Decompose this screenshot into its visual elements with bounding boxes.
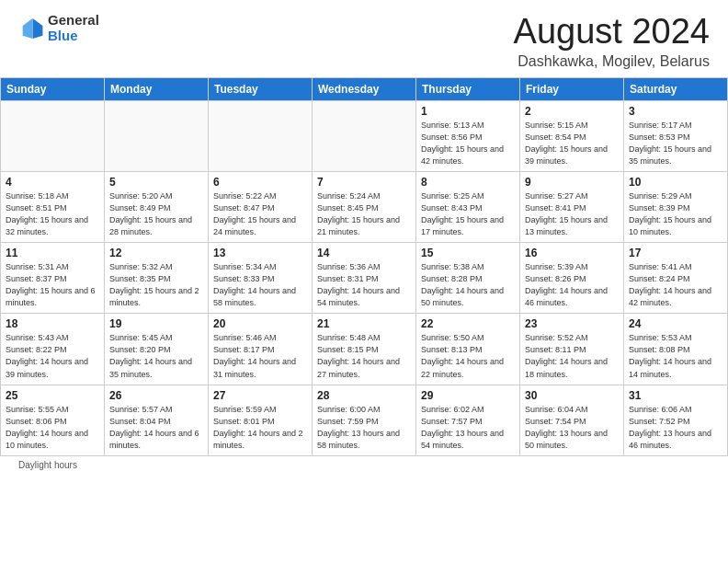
- calendar-cell: 15Sunrise: 5:38 AMSunset: 8:28 PMDayligh…: [416, 243, 520, 314]
- logo-blue-text: Blue: [48, 28, 78, 43]
- calendar-cell: 29Sunrise: 6:02 AMSunset: 7:57 PMDayligh…: [416, 385, 520, 455]
- calendar-cell: 3Sunrise: 5:17 AMSunset: 8:53 PMDaylight…: [624, 100, 728, 171]
- day-number: 2: [525, 105, 619, 118]
- calendar-week-1: 1Sunrise: 5:13 AMSunset: 8:56 PMDaylight…: [1, 100, 728, 171]
- day-number: 31: [629, 389, 722, 402]
- day-number: 4: [6, 176, 99, 189]
- day-detail: Sunrise: 6:00 AMSunset: 7:59 PMDaylight:…: [317, 404, 411, 452]
- col-header-saturday: Saturday: [624, 77, 728, 100]
- calendar-week-4: 18Sunrise: 5:43 AMSunset: 8:22 PMDayligh…: [1, 314, 728, 385]
- col-header-friday: Friday: [520, 77, 624, 100]
- footer: Daylight hours: [0, 456, 728, 474]
- day-number: 24: [629, 317, 722, 330]
- day-number: 11: [6, 247, 99, 259]
- day-detail: Sunrise: 5:57 AMSunset: 8:04 PMDaylight:…: [109, 404, 203, 452]
- day-detail: Sunrise: 6:06 AMSunset: 7:52 PMDaylight:…: [629, 404, 722, 452]
- day-detail: Sunrise: 5:43 AMSunset: 8:22 PMDaylight:…: [6, 332, 99, 380]
- calendar-cell: 2Sunrise: 5:15 AMSunset: 8:54 PMDaylight…: [520, 100, 624, 171]
- day-number: 12: [109, 247, 203, 259]
- day-detail: Sunrise: 5:15 AMSunset: 8:54 PMDaylight:…: [525, 120, 619, 167]
- day-number: 26: [109, 389, 203, 402]
- calendar-cell: 22Sunrise: 5:50 AMSunset: 8:13 PMDayligh…: [416, 314, 520, 385]
- calendar-week-5: 25Sunrise: 5:55 AMSunset: 8:06 PMDayligh…: [1, 385, 728, 455]
- calendar-cell: 13Sunrise: 5:34 AMSunset: 8:33 PMDayligh…: [209, 243, 313, 314]
- calendar-cell: 21Sunrise: 5:48 AMSunset: 8:15 PMDayligh…: [313, 314, 416, 385]
- calendar-cell: 18Sunrise: 5:43 AMSunset: 8:22 PMDayligh…: [1, 314, 105, 385]
- day-detail: Sunrise: 5:45 AMSunset: 8:20 PMDaylight:…: [109, 332, 203, 380]
- calendar-cell: 27Sunrise: 5:59 AMSunset: 8:01 PMDayligh…: [209, 385, 313, 455]
- day-detail: Sunrise: 5:46 AMSunset: 8:17 PMDaylight:…: [213, 332, 307, 380]
- day-detail: Sunrise: 5:34 AMSunset: 8:33 PMDaylight:…: [213, 261, 307, 309]
- calendar-cell: 7Sunrise: 5:24 AMSunset: 8:45 PMDaylight…: [313, 171, 416, 242]
- day-detail: Sunrise: 5:52 AMSunset: 8:11 PMDaylight:…: [525, 332, 619, 380]
- calendar-cell: 12Sunrise: 5:32 AMSunset: 8:35 PMDayligh…: [105, 243, 209, 314]
- logo: General Blue: [18, 13, 99, 43]
- day-number: 17: [629, 247, 722, 259]
- calendar-cell: 6Sunrise: 5:22 AMSunset: 8:47 PMDaylight…: [209, 171, 313, 242]
- calendar-cell: 24Sunrise: 5:53 AMSunset: 8:08 PMDayligh…: [624, 314, 728, 385]
- svg-marker-0: [33, 18, 43, 39]
- day-detail: Sunrise: 5:38 AMSunset: 8:28 PMDaylight:…: [421, 261, 515, 309]
- day-detail: Sunrise: 6:04 AMSunset: 7:54 PMDaylight:…: [525, 404, 619, 452]
- calendar-cell: 5Sunrise: 5:20 AMSunset: 8:49 PMDaylight…: [105, 171, 209, 242]
- col-header-monday: Monday: [105, 77, 209, 100]
- day-number: 14: [317, 247, 411, 259]
- day-detail: Sunrise: 5:59 AMSunset: 8:01 PMDaylight:…: [213, 404, 307, 452]
- day-number: 8: [421, 176, 515, 189]
- daylight-label: Daylight hours: [18, 460, 77, 470]
- col-header-thursday: Thursday: [416, 77, 520, 100]
- calendar-cell: [1, 100, 105, 171]
- calendar-cell: 28Sunrise: 6:00 AMSunset: 7:59 PMDayligh…: [313, 385, 416, 455]
- col-header-wednesday: Wednesday: [313, 77, 416, 100]
- calendar-table: SundayMondayTuesdayWednesdayThursdayFrid…: [0, 77, 728, 456]
- day-detail: Sunrise: 5:39 AMSunset: 8:26 PMDaylight:…: [525, 261, 619, 309]
- day-number: 7: [317, 176, 411, 189]
- calendar-cell: 19Sunrise: 5:45 AMSunset: 8:20 PMDayligh…: [105, 314, 209, 385]
- svg-marker-1: [23, 18, 33, 39]
- logo-general-text: General: [48, 12, 99, 28]
- day-detail: Sunrise: 5:27 AMSunset: 8:41 PMDaylight:…: [525, 190, 619, 238]
- day-number: 20: [213, 317, 307, 330]
- day-number: 13: [213, 247, 307, 259]
- day-number: 5: [109, 176, 203, 189]
- calendar-cell: [209, 100, 313, 171]
- page-header: General Blue August 2024 Dashkawka, Mogi…: [0, 0, 728, 77]
- day-number: 3: [629, 105, 722, 118]
- calendar-cell: 23Sunrise: 5:52 AMSunset: 8:11 PMDayligh…: [520, 314, 624, 385]
- calendar-cell: 20Sunrise: 5:46 AMSunset: 8:17 PMDayligh…: [209, 314, 313, 385]
- calendar-cell: 10Sunrise: 5:29 AMSunset: 8:39 PMDayligh…: [624, 171, 728, 242]
- day-detail: Sunrise: 5:36 AMSunset: 8:31 PMDaylight:…: [317, 261, 411, 309]
- calendar-cell: 17Sunrise: 5:41 AMSunset: 8:24 PMDayligh…: [624, 243, 728, 314]
- calendar-cell: 4Sunrise: 5:18 AMSunset: 8:51 PMDaylight…: [1, 171, 105, 242]
- day-number: 25: [6, 389, 99, 402]
- day-detail: Sunrise: 5:13 AMSunset: 8:56 PMDaylight:…: [421, 120, 515, 167]
- day-number: 18: [6, 317, 99, 330]
- day-number: 30: [525, 389, 619, 402]
- calendar-cell: [313, 100, 416, 171]
- calendar-cell: 9Sunrise: 5:27 AMSunset: 8:41 PMDaylight…: [520, 171, 624, 242]
- day-number: 6: [213, 176, 307, 189]
- day-number: 29: [421, 389, 515, 402]
- calendar-cell: 1Sunrise: 5:13 AMSunset: 8:56 PMDaylight…: [416, 100, 520, 171]
- calendar-header-row: SundayMondayTuesdayWednesdayThursdayFrid…: [1, 77, 728, 100]
- month-year: August 2024: [514, 13, 710, 52]
- calendar-cell: 14Sunrise: 5:36 AMSunset: 8:31 PMDayligh…: [313, 243, 416, 314]
- day-number: 21: [317, 317, 411, 330]
- day-number: 10: [629, 176, 722, 189]
- day-detail: Sunrise: 5:41 AMSunset: 8:24 PMDaylight:…: [629, 261, 722, 309]
- day-detail: Sunrise: 5:18 AMSunset: 8:51 PMDaylight:…: [6, 190, 99, 238]
- day-number: 19: [109, 317, 203, 330]
- day-detail: Sunrise: 5:48 AMSunset: 8:15 PMDaylight:…: [317, 332, 411, 380]
- calendar-week-2: 4Sunrise: 5:18 AMSunset: 8:51 PMDaylight…: [1, 171, 728, 242]
- calendar-cell: 25Sunrise: 5:55 AMSunset: 8:06 PMDayligh…: [1, 385, 105, 455]
- calendar-cell: 8Sunrise: 5:25 AMSunset: 8:43 PMDaylight…: [416, 171, 520, 242]
- day-detail: Sunrise: 6:02 AMSunset: 7:57 PMDaylight:…: [421, 404, 515, 452]
- day-detail: Sunrise: 5:24 AMSunset: 8:45 PMDaylight:…: [317, 190, 411, 238]
- day-detail: Sunrise: 5:22 AMSunset: 8:47 PMDaylight:…: [213, 190, 307, 238]
- location: Dashkawka, Mogilev, Belarus: [514, 53, 710, 70]
- day-number: 28: [317, 389, 411, 402]
- day-detail: Sunrise: 5:31 AMSunset: 8:37 PMDaylight:…: [6, 261, 99, 309]
- calendar-cell: 16Sunrise: 5:39 AMSunset: 8:26 PMDayligh…: [520, 243, 624, 314]
- day-number: 23: [525, 317, 619, 330]
- day-number: 1: [421, 105, 515, 118]
